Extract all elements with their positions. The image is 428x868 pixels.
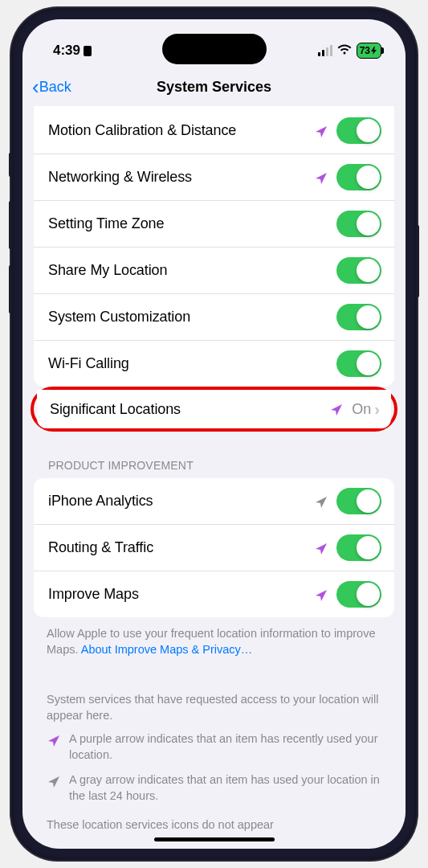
row-label: Share My Location [48,262,336,279]
row-share-my-location[interactable]: Share My Location [34,248,394,294]
toggle-switch[interactable] [336,211,381,237]
detail-value: On [352,401,371,418]
row-significant-locations[interactable]: Significant Locations On › [37,390,391,428]
chevron-right-icon: › [374,400,380,419]
row-label: System Customization [48,309,336,326]
legend-gray: A gray arrow indicates that an item has … [22,768,406,809]
battery-indicator: 73 [357,43,381,59]
location-arrow-icon [47,733,61,747]
location-arrow-icon [314,588,328,602]
toggle-switch[interactable] [336,117,381,144]
info-text: System services that have requested acce… [22,662,406,727]
toggle-switch[interactable] [336,534,381,561]
wifi-icon [337,43,352,58]
row-label: Networking & Wireless [48,169,314,186]
location-arrow-icon [47,774,61,788]
row-label: Wi-Fi Calling [48,355,336,372]
row-label: iPhone Analytics [48,493,314,510]
toggle-switch[interactable] [336,581,381,608]
row-label: Significant Locations [50,401,329,418]
phone-frame: 4:39 73 ‹ Back System Services Motion Ca [11,8,417,860]
contact-card-icon [84,46,92,56]
privacy-link[interactable]: About Improve Maps & Privacy… [81,643,253,656]
toggle-switch[interactable] [336,350,381,377]
toggle-switch[interactable] [336,304,381,330]
row-label: Improve Maps [48,586,314,603]
location-arrow-icon [314,170,328,185]
toggle-switch[interactable] [336,164,381,190]
row-improve-maps[interactable]: Improve Maps [34,571,394,617]
toggle-switch[interactable] [336,488,381,514]
settings-group-2: iPhone Analytics Routing & Traffic Impro… [34,478,394,617]
cellular-signal-icon [318,45,332,56]
info-text-2: These location services icons do not app… [22,809,406,837]
row-system-customization[interactable]: System Customization [34,294,394,341]
row-wifi-calling[interactable]: Wi-Fi Calling [34,341,394,387]
section-footer: Allow Apple to use your frequent locatio… [22,617,406,662]
row-motion-calibration[interactable]: Motion Calibration & Distance [34,108,394,154]
legend-purple: A purple arrow indicates that an item ha… [22,727,406,768]
row-setting-time-zone[interactable]: Setting Time Zone [34,201,394,248]
row-label: Setting Time Zone [48,215,336,232]
dynamic-island [162,34,267,64]
row-label: Motion Calibration & Distance [48,122,314,139]
nav-bar: ‹ Back System Services [22,68,406,106]
settings-group-1: Motion Calibration & Distance Networking… [34,106,394,387]
section-header-product-improvement: Product Improvement [22,436,406,478]
back-label: Back [39,79,71,96]
row-iphone-analytics[interactable]: iPhone Analytics [34,478,394,525]
chevron-left-icon: ‹ [32,75,39,100]
highlight-annotation: Significant Locations On › [31,387,397,432]
row-networking-wireless[interactable]: Networking & Wireless [34,154,394,201]
back-button[interactable]: ‹ Back [32,75,71,100]
page-title: System Services [157,79,271,96]
home-indicator[interactable] [154,837,275,841]
row-label: Routing & Traffic [48,539,314,556]
toggle-switch[interactable] [336,257,381,284]
location-arrow-icon [314,494,328,509]
row-routing-traffic[interactable]: Routing & Traffic [34,525,394,571]
location-arrow-icon [314,541,328,555]
status-time: 4:39 [53,43,80,59]
screen: 4:39 73 ‹ Back System Services Motion Ca [22,19,406,849]
location-arrow-icon [329,402,344,416]
location-arrow-icon [314,124,328,138]
